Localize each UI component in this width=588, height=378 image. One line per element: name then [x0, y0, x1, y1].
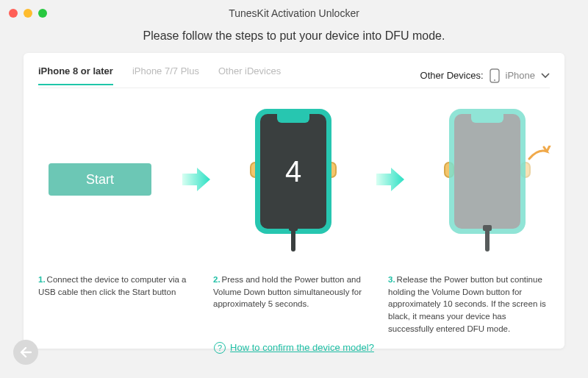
step3-illustration — [425, 106, 550, 253]
steps-illustration: Start 4 — [38, 106, 550, 253]
tab-other-idevices[interactable]: Other iDevices — [218, 65, 281, 85]
arrow-icon — [181, 165, 212, 194]
page-subtitle: Please follow the steps to put your devi… — [0, 29, 588, 43]
step-descriptions: 1.Connect the device to computer via a U… — [38, 274, 550, 335]
step1-illustration: Start — [38, 163, 162, 196]
phone-step3 — [449, 109, 526, 234]
step-num: 2. — [213, 275, 220, 284]
step-text: Connect the device to computer via a USB… — [38, 275, 186, 296]
back-button[interactable] — [13, 340, 38, 365]
start-button[interactable]: Start — [49, 163, 151, 196]
window-title: TunesKit Activation Unlocker — [0, 7, 588, 19]
device-dropdown[interactable]: iPhone — [490, 68, 550, 83]
tabs-row: iPhone 8 or later iPhone 7/7 Plus Other … — [38, 63, 550, 88]
tab-iphone-8-later[interactable]: iPhone 8 or later — [38, 65, 113, 85]
chevron-down-icon — [541, 73, 550, 79]
countdown-display: 4 — [260, 114, 326, 229]
cable-icon — [485, 229, 490, 252]
step-desc-3: 3.Release the Power button but continue … — [388, 274, 550, 335]
cable-icon — [291, 229, 295, 252]
device-selected-value: iPhone — [506, 70, 535, 81]
other-devices-selector: Other Devices: iPhone — [420, 68, 550, 83]
step-desc-1: 1.Connect the device to computer via a U… — [38, 274, 200, 335]
arrow-icon — [375, 165, 406, 194]
help-link[interactable]: How to confirm the device model? — [230, 342, 374, 353]
tab-iphone-7[interactable]: iPhone 7/7 Plus — [132, 65, 199, 85]
tabs: iPhone 8 or later iPhone 7/7 Plus Other … — [38, 65, 281, 85]
titlebar: TunesKit Activation Unlocker — [0, 0, 588, 26]
step-num: 1. — [38, 275, 46, 284]
step2-illustration: 4 — [231, 106, 356, 253]
other-devices-label: Other Devices: — [420, 70, 484, 81]
help-icon: ? — [214, 342, 226, 354]
release-arrow-icon — [528, 146, 553, 162]
phone-icon — [490, 68, 500, 83]
step-num: 3. — [388, 275, 395, 284]
step-text: Press and hold the Power button and Volu… — [213, 275, 362, 308]
svg-point-1 — [494, 79, 495, 81]
step-text: Release the Power button but continue ho… — [388, 275, 546, 333]
main-card: iPhone 8 or later iPhone 7/7 Plus Other … — [24, 53, 564, 349]
phone-step2: 4 — [255, 109, 331, 234]
help-link-row: ?How to confirm the device model? — [38, 342, 550, 354]
step-desc-2: 2.Press and hold the Power button and Vo… — [213, 274, 375, 335]
